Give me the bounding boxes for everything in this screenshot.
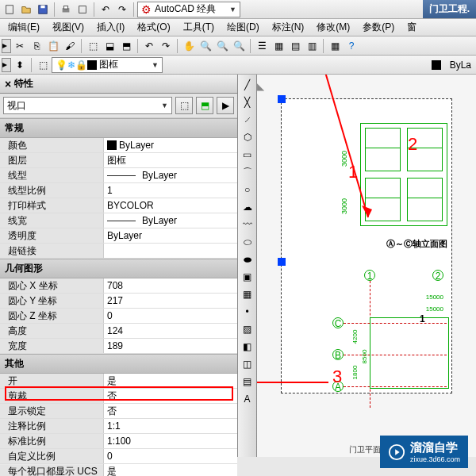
prop-ucs-value[interactable]: 是 xyxy=(103,464,237,476)
prop-cx-value[interactable]: 708 xyxy=(103,278,237,293)
undo2-icon[interactable]: ↶ xyxy=(141,38,157,54)
menu-view[interactable]: 视图(V) xyxy=(49,19,87,36)
layer-dropdown[interactable]: 💡❄🔒 图框 ▼ xyxy=(52,57,163,73)
redo-icon[interactable]: ↷ xyxy=(114,2,130,17)
table-icon[interactable]: ▤ xyxy=(240,374,255,390)
layer-props-icon[interactable]: ⬍ xyxy=(12,57,28,73)
select-objects-icon[interactable]: ⬒ xyxy=(196,97,213,114)
dim-15000b: 15000 xyxy=(426,305,443,313)
prop-lineweight-value[interactable]: ———ByLayer xyxy=(103,213,237,228)
prop-w-value[interactable]: 189 xyxy=(103,339,237,353)
menu-insert[interactable]: 插入(I) xyxy=(94,19,128,36)
workspace-dropdown[interactable]: ⚙ AutoCAD 经典 ▼ xyxy=(137,2,240,17)
object-type-label: 视口 xyxy=(7,99,26,113)
toggle-pickadd-icon[interactable]: ▶ xyxy=(217,97,234,114)
prop-transparency-value[interactable]: ByLayer xyxy=(103,228,237,243)
polygon-icon[interactable]: ⬡ xyxy=(240,129,255,145)
rectangle-icon[interactable]: ▭ xyxy=(240,147,255,163)
undo-icon[interactable]: ↶ xyxy=(98,2,113,17)
zoom-window-icon[interactable]: 🔍 xyxy=(214,38,230,54)
prop-cy-value[interactable]: 217 xyxy=(103,294,237,308)
sheet-set-icon[interactable]: ▥ xyxy=(304,38,320,54)
insert-block-icon[interactable]: ▣ xyxy=(240,269,255,285)
section-other: 其他 xyxy=(0,354,237,374)
layer-states-icon[interactable]: ⬚ xyxy=(35,57,51,73)
prop-std-scale-value[interactable]: 1:100 xyxy=(103,434,237,448)
copy-icon[interactable]: ⎘ xyxy=(29,38,44,54)
drawing-area[interactable]: ◣ xyxy=(257,75,476,457)
prop-anno-scale-value[interactable]: 1:1 xyxy=(103,419,237,433)
grip-handle[interactable] xyxy=(278,95,286,103)
prop-plotstyle-label: 打印样式 xyxy=(0,199,103,213)
viewport[interactable]: 3000 3000 Ⓐ～Ⓒ轴立面图 1 2 C B A 4200 1800 85… xyxy=(281,98,452,393)
menu-format[interactable]: 格式(O) xyxy=(134,19,173,36)
new-icon[interactable] xyxy=(2,2,17,17)
prop-cy-label: 圆心 Y 坐标 xyxy=(0,294,103,308)
menu-modify[interactable]: 修改(M) xyxy=(313,19,353,36)
prop-display-locked-value[interactable]: 否 xyxy=(103,404,237,418)
point-icon[interactable]: • xyxy=(240,304,255,320)
line-icon[interactable]: ╱ xyxy=(240,77,255,93)
ellipse-icon[interactable]: ⬭ xyxy=(240,234,255,250)
properties-icon[interactable]: ☰ xyxy=(254,38,270,54)
pan-icon[interactable]: ✋ xyxy=(181,38,197,54)
prop-linetype-value[interactable]: ———ByLayer xyxy=(103,168,237,182)
layer-fold[interactable]: ▸ xyxy=(2,58,11,72)
toggle-icon-3[interactable]: ⬒ xyxy=(118,38,134,54)
hatch-icon[interactable]: ▨ xyxy=(240,321,255,337)
prop-anno-scale-label: 注释比例 xyxy=(0,420,103,433)
grid-c: C xyxy=(332,317,344,328)
save-icon[interactable] xyxy=(35,2,51,17)
arc-icon[interactable]: ⌒ xyxy=(240,164,255,180)
region-icon[interactable]: ◫ xyxy=(240,356,255,372)
matchprop-icon[interactable]: 🖌 xyxy=(62,38,78,54)
menu-window[interactable]: 窗 xyxy=(404,19,420,36)
calc-icon[interactable]: ▦ xyxy=(327,38,343,54)
prop-color-value[interactable]: ByLayer xyxy=(103,138,237,152)
menu-tools[interactable]: 工具(T) xyxy=(180,19,217,36)
zoom-prev-icon[interactable]: 🔍 xyxy=(231,38,247,54)
cut-icon[interactable]: ✂ xyxy=(12,38,28,54)
dim-15000a: 15000 xyxy=(426,294,443,301)
prop-ltscale-value[interactable]: 1 xyxy=(103,183,237,198)
make-block-icon[interactable]: ▦ xyxy=(240,286,255,302)
prop-custom-scale-value[interactable]: 0 xyxy=(103,449,237,463)
open-icon[interactable] xyxy=(18,2,34,17)
watermark-text: 溜溜自学 xyxy=(410,440,460,455)
xline-icon[interactable]: ╳ xyxy=(240,94,255,110)
panel-fold[interactable]: ▸ xyxy=(2,39,11,53)
menu-param[interactable]: 参数(P) xyxy=(359,19,397,36)
zoom-realtime-icon[interactable]: 🔍 xyxy=(198,38,213,54)
circle-icon[interactable]: ○ xyxy=(240,182,255,198)
revcloud-icon[interactable]: ☁ xyxy=(240,199,255,215)
menu-draw[interactable]: 绘图(D) xyxy=(224,19,263,36)
ellipse-arc-icon[interactable]: ⬬ xyxy=(240,251,255,267)
print-preview-icon[interactable] xyxy=(75,2,90,17)
redo2-icon[interactable]: ↷ xyxy=(158,38,174,54)
toggle-icon-2[interactable]: ⬓ xyxy=(102,38,117,54)
prop-h-value[interactable]: 124 xyxy=(103,324,237,338)
prop-layer-label: 图层 xyxy=(0,154,103,167)
object-type-dropdown[interactable]: 视口 ▼ xyxy=(3,97,172,114)
prop-cz-value[interactable]: 0 xyxy=(103,309,237,323)
menu-edit[interactable]: 编辑(E) xyxy=(5,19,43,36)
paste-icon[interactable]: 📋 xyxy=(45,38,61,54)
tool-palettes-icon[interactable]: ▤ xyxy=(287,38,303,54)
help-icon[interactable]: ? xyxy=(344,38,359,54)
watermark: 溜溜自学 zixue.3d66.com xyxy=(380,436,468,468)
spline-icon[interactable]: 〰 xyxy=(240,217,255,232)
toggle-icon-1[interactable]: ⬚ xyxy=(85,38,101,54)
gradient-icon[interactable]: ◧ xyxy=(240,339,255,355)
grip-handle[interactable] xyxy=(278,258,286,266)
prop-hyperlink-value[interactable] xyxy=(103,244,237,258)
mtext-icon[interactable]: A xyxy=(240,391,255,407)
prop-layer-value[interactable]: 图框 xyxy=(103,153,237,167)
print-icon[interactable] xyxy=(58,2,74,17)
color-swatch-icon[interactable] xyxy=(430,57,446,73)
menu-dimension[interactable]: 标注(N) xyxy=(269,19,308,36)
quick-select-icon[interactable]: ⬚ xyxy=(175,97,193,114)
section-geometry: 几何图形 xyxy=(0,259,237,278)
design-center-icon[interactable]: ▦ xyxy=(271,38,286,54)
prop-plotstyle-value[interactable]: BYCOLOR xyxy=(103,198,237,213)
polyline-icon[interactable]: ⟋ xyxy=(240,112,255,128)
